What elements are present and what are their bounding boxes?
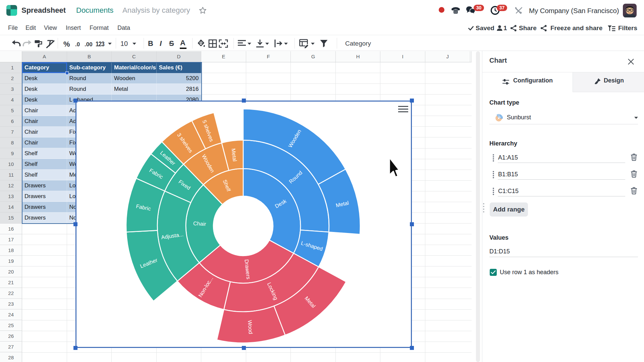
svg-text:Wood: Wood	[247, 320, 254, 334]
svg-text:Chair: Chair	[193, 221, 207, 227]
